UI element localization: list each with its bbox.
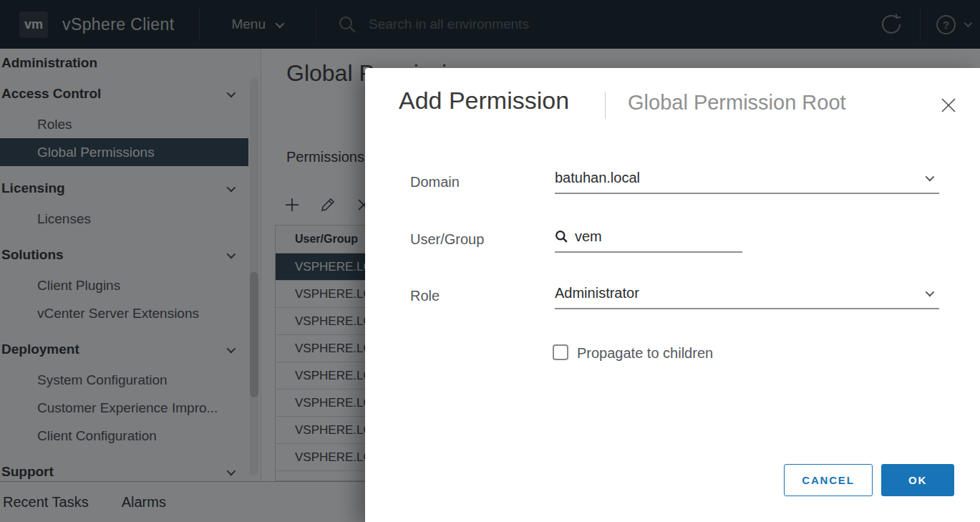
chevron-down-icon [926, 287, 935, 296]
modal-context-label: Global Permission Root [628, 91, 846, 115]
ok-button[interactable]: OK [881, 464, 954, 496]
close-icon[interactable] [940, 97, 957, 114]
role-value: Administrator [555, 285, 639, 301]
search-icon [555, 230, 568, 243]
domain-select[interactable]: batuhan.local [555, 163, 939, 194]
chevron-down-icon [926, 172, 935, 181]
modal-title: Add Permission [399, 87, 569, 115]
modal-actions: CANCEL OK [784, 464, 954, 496]
domain-label: Domain [410, 174, 460, 190]
user-group-field [555, 221, 742, 253]
vsphere-client-app: vm vSphere Client Menu ? [0, 0, 980, 522]
propagate-label: Propagate to children [577, 345, 713, 362]
domain-value: batuhan.local [555, 170, 640, 186]
modal-title-divider [605, 92, 606, 119]
add-permission-modal: Add Permission Global Permission Root Do… [365, 68, 980, 522]
role-label: Role [410, 288, 440, 304]
propagate-checkbox[interactable] [553, 344, 568, 360]
role-select[interactable]: Administrator [555, 278, 939, 309]
cancel-button[interactable]: CANCEL [784, 464, 873, 496]
user-group-input[interactable] [575, 228, 725, 245]
user-group-label: User/Group [410, 231, 484, 248]
